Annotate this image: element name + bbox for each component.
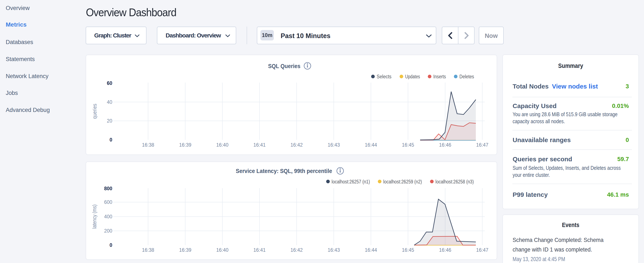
- svg-text:20: 20: [107, 118, 112, 124]
- svg-text:16:47: 16:47: [476, 142, 488, 148]
- svg-text:SQL Queries: SQL Queries: [268, 63, 300, 69]
- svg-text:0: 0: [110, 137, 112, 143]
- svg-text:400: 400: [104, 214, 112, 219]
- svg-text:Selects: Selects: [377, 74, 392, 79]
- svg-text:600: 600: [104, 199, 112, 205]
- svg-text:latency (ms): latency (ms): [92, 204, 98, 229]
- svg-text:Deletes: Deletes: [460, 74, 474, 79]
- svg-text:16:44: 16:44: [365, 247, 377, 253]
- svg-text:800: 800: [104, 186, 112, 191]
- svg-text:16:38: 16:38: [142, 247, 154, 253]
- svg-text:16:47: 16:47: [476, 247, 488, 253]
- svg-text:40: 40: [107, 99, 112, 105]
- svg-text:16:42: 16:42: [290, 247, 303, 253]
- svg-text:localhost:26257 (n1): localhost:26257 (n1): [332, 179, 370, 184]
- svg-text:16:45: 16:45: [402, 142, 414, 148]
- svg-text:16:40: 16:40: [216, 142, 228, 148]
- svg-text:16:45: 16:45: [402, 247, 414, 253]
- svg-text:60: 60: [107, 80, 112, 86]
- svg-text:16:41: 16:41: [254, 247, 266, 253]
- svg-text:16:39: 16:39: [179, 247, 191, 253]
- svg-text:16:38: 16:38: [142, 142, 154, 148]
- svg-text:16:41: 16:41: [254, 142, 266, 148]
- svg-text:Updates: Updates: [405, 74, 420, 79]
- svg-text:16:39: 16:39: [179, 142, 191, 148]
- svg-text:localhost:26259 (n2): localhost:26259 (n2): [383, 179, 422, 184]
- svg-text:16:43: 16:43: [328, 142, 340, 148]
- svg-text:16:44: 16:44: [365, 142, 377, 148]
- svg-text:16:40: 16:40: [216, 247, 228, 253]
- svg-text:queries: queries: [92, 104, 98, 119]
- svg-text:Inserts: Inserts: [433, 74, 446, 79]
- svg-text:16:46: 16:46: [439, 247, 451, 253]
- svg-text:16:42: 16:42: [290, 142, 303, 148]
- svg-text:localhost:26258 (n3): localhost:26258 (n3): [436, 179, 474, 184]
- svg-text:200: 200: [104, 228, 112, 234]
- svg-text:Service Latency: SQL, 99th per: Service Latency: SQL, 99th percentile: [236, 168, 332, 174]
- svg-text:16:43: 16:43: [328, 247, 340, 253]
- svg-text:16:46: 16:46: [439, 142, 451, 148]
- svg-text:0: 0: [110, 242, 112, 248]
